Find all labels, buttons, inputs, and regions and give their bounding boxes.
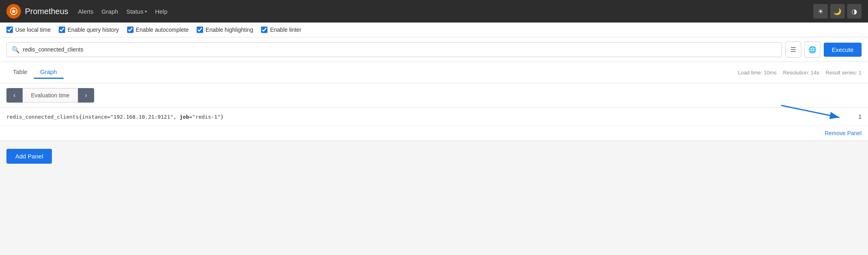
tab-graph[interactable]: Graph [34,66,64,79]
theme-contrast-button[interactable]: ◑ [847,4,862,19]
history-button[interactable]: ☰ [785,41,801,58]
result-value: 1 [858,113,862,120]
remove-panel-link[interactable]: Remove Panel [825,130,862,136]
enable-highlighting-checkbox[interactable]: Enable highlighting [197,27,253,33]
load-time-label: Load time: 10ms [738,70,777,76]
toolbar: Use local time Enable query history Enab… [0,23,868,37]
result-area: redis_connected_clients{instance="192.16… [0,107,868,126]
navbar: Prometheus Alerts Graph Status ▾ Help ☀ … [0,0,868,23]
nav-status[interactable]: Status ▾ [126,8,147,15]
panel-meta: Load time: 10ms Resolution: 14s Result s… [738,70,862,76]
panel-footer: Remove Panel [0,126,868,140]
panel-header: Table Graph Load time: 10ms Resolution: … [0,62,868,83]
enable-autocomplete-checkbox[interactable]: Enable autocomplete [127,27,189,33]
eval-next-button[interactable]: › [78,88,94,103]
execute-button[interactable]: Execute [824,43,862,57]
dropdown-caret-icon: ▾ [145,9,147,14]
metrics-button[interactable]: 🌐 [804,41,821,58]
search-icon: 🔍 [12,46,20,53]
brand-title: Prometheus [25,7,68,16]
tab-table[interactable]: Table [6,66,34,79]
chevron-left-icon: ‹ [13,92,15,99]
search-input[interactable] [23,46,777,53]
search-input-wrapper: 🔍 [6,42,782,57]
theme-moon-button[interactable]: 🌙 [830,4,845,19]
enable-query-history-checkbox[interactable]: Enable query history [59,27,119,33]
navbar-left: Prometheus Alerts Graph Status ▾ Help [6,4,167,19]
globe-icon: 🌐 [808,46,817,53]
chevron-right-icon: › [85,92,87,99]
prometheus-logo-icon [9,7,18,16]
eval-prev-button[interactable]: ‹ [6,88,23,103]
tab-group: Table Graph [6,66,64,79]
navbar-right: ☀ 🌙 ◑ [813,4,862,19]
add-panel-button[interactable]: Add Panel [6,149,52,164]
search-bar: 🔍 ☰ 🌐 Execute [0,37,868,62]
nav-graph[interactable]: Graph [101,8,118,15]
eval-time-label: Evaluation time [23,88,78,103]
theme-sun-button[interactable]: ☀ [813,4,828,19]
result-value-area: 1 [855,113,862,120]
panel: Table Graph Load time: 10ms Resolution: … [0,62,868,141]
result-series-label: Result series: 1 [825,70,862,76]
navbar-brand: Prometheus [6,4,68,19]
table-row: redis_connected_clients{instance="192.16… [0,108,868,126]
svg-line-2 [781,105,839,117]
nav-links: Alerts Graph Status ▾ Help [78,8,167,15]
history-icon: ☰ [790,46,796,53]
table-controls: ‹ Evaluation time › [0,83,868,107]
nav-help[interactable]: Help [155,8,167,15]
brand-icon [6,4,21,19]
add-panel-area: Add Panel [0,141,868,172]
enable-linter-checkbox[interactable]: Enable linter [261,27,301,33]
result-metric: redis_connected_clients{instance="192.16… [6,114,224,120]
use-local-time-checkbox[interactable]: Use local time [6,27,51,33]
nav-alerts[interactable]: Alerts [78,8,93,15]
resolution-label: Resolution: 14s [783,70,819,76]
arrow-annotation [777,101,849,121]
